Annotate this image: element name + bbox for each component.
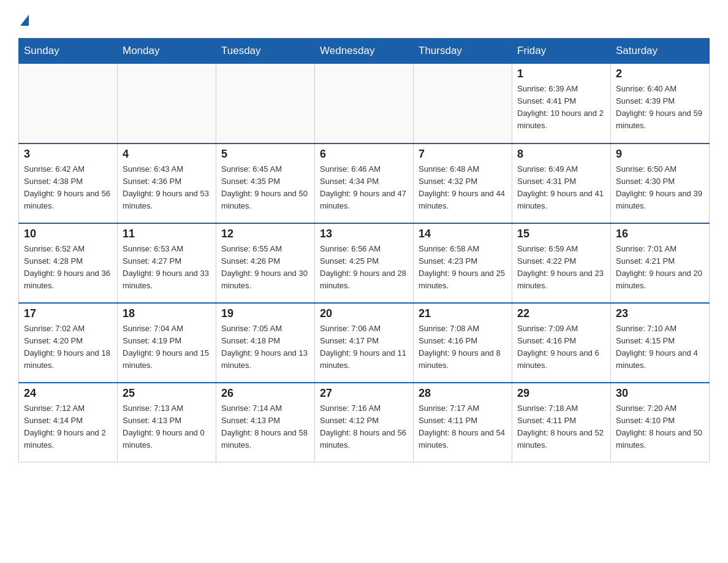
calendar-cell-2: 2Sunrise: 6:40 AM Sunset: 4:39 PM Daylig… — [611, 64, 710, 144]
day-info: Sunrise: 7:16 AM Sunset: 4:12 PM Dayligh… — [320, 402, 408, 452]
day-info: Sunrise: 7:05 AM Sunset: 4:18 PM Dayligh… — [221, 323, 309, 372]
day-info: Sunrise: 7:01 AM Sunset: 4:21 PM Dayligh… — [616, 243, 704, 293]
day-number: 3 — [24, 148, 112, 161]
calendar-cell-25: 25Sunrise: 7:13 AM Sunset: 4:13 PM Dayli… — [118, 383, 216, 462]
day-info: Sunrise: 6:59 AM Sunset: 4:22 PM Dayligh… — [517, 243, 605, 293]
logo — [18, 12, 29, 26]
day-number: 17 — [24, 307, 112, 320]
calendar-cell-9: 9Sunrise: 6:50 AM Sunset: 4:30 PM Daylig… — [611, 144, 710, 223]
weekday-header-friday: Friday — [512, 39, 611, 64]
day-number: 20 — [320, 307, 408, 320]
calendar-cell-10: 10Sunrise: 6:52 AM Sunset: 4:28 PM Dayli… — [19, 223, 118, 303]
calendar-cell-16: 16Sunrise: 7:01 AM Sunset: 4:21 PM Dayli… — [611, 223, 710, 303]
day-number: 11 — [123, 228, 211, 240]
calendar-cell-19: 19Sunrise: 7:05 AM Sunset: 4:18 PM Dayli… — [216, 303, 315, 383]
calendar-cell-18: 18Sunrise: 7:04 AM Sunset: 4:19 PM Dayli… — [118, 303, 216, 383]
day-number: 4 — [123, 148, 211, 161]
day-number: 1 — [517, 67, 605, 80]
day-number: 5 — [221, 148, 309, 161]
day-number: 29 — [517, 387, 605, 400]
calendar-cell-23: 23Sunrise: 7:10 AM Sunset: 4:15 PM Dayli… — [611, 303, 710, 383]
day-info: Sunrise: 6:43 AM Sunset: 4:36 PM Dayligh… — [123, 163, 211, 213]
day-number: 13 — [320, 228, 408, 240]
day-info: Sunrise: 6:52 AM Sunset: 4:28 PM Dayligh… — [24, 243, 112, 293]
calendar-week-1: 1Sunrise: 6:39 AM Sunset: 4:41 PM Daylig… — [19, 64, 710, 144]
weekday-header-row: SundayMondayTuesdayWednesdayThursdayFrid… — [19, 39, 710, 64]
day-number: 16 — [616, 228, 704, 240]
day-number: 7 — [419, 148, 507, 161]
calendar-cell-empty — [118, 64, 216, 144]
day-number: 18 — [123, 307, 211, 320]
day-info: Sunrise: 6:49 AM Sunset: 4:31 PM Dayligh… — [517, 163, 605, 213]
day-info: Sunrise: 6:50 AM Sunset: 4:30 PM Dayligh… — [616, 163, 704, 213]
calendar-cell-5: 5Sunrise: 6:45 AM Sunset: 4:35 PM Daylig… — [216, 144, 315, 223]
weekday-header-wednesday: Wednesday — [315, 39, 414, 64]
day-number: 21 — [419, 307, 507, 320]
day-info: Sunrise: 6:45 AM Sunset: 4:35 PM Dayligh… — [221, 163, 309, 213]
day-number: 2 — [616, 67, 704, 80]
day-info: Sunrise: 7:09 AM Sunset: 4:16 PM Dayligh… — [517, 323, 605, 372]
calendar-week-5: 24Sunrise: 7:12 AM Sunset: 4:14 PM Dayli… — [19, 383, 710, 462]
day-info: Sunrise: 6:53 AM Sunset: 4:27 PM Dayligh… — [123, 243, 211, 293]
calendar-cell-27: 27Sunrise: 7:16 AM Sunset: 4:12 PM Dayli… — [315, 383, 414, 462]
weekday-header-monday: Monday — [118, 39, 216, 64]
day-number: 12 — [221, 228, 309, 240]
calendar-cell-24: 24Sunrise: 7:12 AM Sunset: 4:14 PM Dayli… — [19, 383, 118, 462]
day-number: 6 — [320, 148, 408, 161]
calendar-cell-6: 6Sunrise: 6:46 AM Sunset: 4:34 PM Daylig… — [315, 144, 414, 223]
calendar-cell-empty — [19, 64, 118, 144]
calendar-cell-26: 26Sunrise: 7:14 AM Sunset: 4:13 PM Dayli… — [216, 383, 315, 462]
day-number: 26 — [221, 387, 309, 400]
day-number: 14 — [419, 228, 507, 240]
day-info: Sunrise: 7:02 AM Sunset: 4:20 PM Dayligh… — [24, 323, 112, 372]
day-number: 27 — [320, 387, 408, 400]
calendar-cell-28: 28Sunrise: 7:17 AM Sunset: 4:11 PM Dayli… — [414, 383, 512, 462]
calendar-cell-20: 20Sunrise: 7:06 AM Sunset: 4:17 PM Dayli… — [315, 303, 414, 383]
day-number: 28 — [419, 387, 507, 400]
day-info: Sunrise: 6:42 AM Sunset: 4:38 PM Dayligh… — [24, 163, 112, 213]
calendar-cell-empty — [315, 64, 414, 144]
calendar-week-4: 17Sunrise: 7:02 AM Sunset: 4:20 PM Dayli… — [19, 303, 710, 383]
calendar-week-2: 3Sunrise: 6:42 AM Sunset: 4:38 PM Daylig… — [19, 144, 710, 223]
page-header — [18, 12, 710, 26]
calendar-cell-14: 14Sunrise: 6:58 AM Sunset: 4:23 PM Dayli… — [414, 223, 512, 303]
calendar-cell-29: 29Sunrise: 7:18 AM Sunset: 4:11 PM Dayli… — [512, 383, 611, 462]
day-number: 22 — [517, 307, 605, 320]
day-number: 8 — [517, 148, 605, 161]
day-info: Sunrise: 7:17 AM Sunset: 4:11 PM Dayligh… — [419, 402, 507, 452]
calendar-cell-7: 7Sunrise: 6:48 AM Sunset: 4:32 PM Daylig… — [414, 144, 512, 223]
calendar-table: SundayMondayTuesdayWednesdayThursdayFrid… — [18, 38, 710, 462]
calendar-cell-8: 8Sunrise: 6:49 AM Sunset: 4:31 PM Daylig… — [512, 144, 611, 223]
day-info: Sunrise: 7:20 AM Sunset: 4:10 PM Dayligh… — [616, 402, 704, 452]
day-info: Sunrise: 7:08 AM Sunset: 4:16 PM Dayligh… — [419, 323, 507, 372]
weekday-header-saturday: Saturday — [611, 39, 710, 64]
calendar-cell-12: 12Sunrise: 6:55 AM Sunset: 4:26 PM Dayli… — [216, 223, 315, 303]
day-info: Sunrise: 6:58 AM Sunset: 4:23 PM Dayligh… — [419, 243, 507, 293]
weekday-header-thursday: Thursday — [414, 39, 512, 64]
day-info: Sunrise: 6:40 AM Sunset: 4:39 PM Dayligh… — [616, 83, 704, 132]
day-info: Sunrise: 7:13 AM Sunset: 4:13 PM Dayligh… — [123, 402, 211, 452]
day-number: 10 — [24, 228, 112, 240]
day-info: Sunrise: 6:55 AM Sunset: 4:26 PM Dayligh… — [221, 243, 309, 293]
day-number: 9 — [616, 148, 704, 161]
calendar-cell-21: 21Sunrise: 7:08 AM Sunset: 4:16 PM Dayli… — [414, 303, 512, 383]
day-number: 25 — [123, 387, 211, 400]
day-info: Sunrise: 7:04 AM Sunset: 4:19 PM Dayligh… — [123, 323, 211, 372]
day-info: Sunrise: 6:39 AM Sunset: 4:41 PM Dayligh… — [517, 83, 605, 132]
logo-triangle-icon — [20, 15, 29, 26]
day-info: Sunrise: 7:10 AM Sunset: 4:15 PM Dayligh… — [616, 323, 704, 372]
day-info: Sunrise: 6:56 AM Sunset: 4:25 PM Dayligh… — [320, 243, 408, 293]
day-info: Sunrise: 6:48 AM Sunset: 4:32 PM Dayligh… — [419, 163, 507, 213]
day-number: 24 — [24, 387, 112, 400]
day-info: Sunrise: 7:18 AM Sunset: 4:11 PM Dayligh… — [517, 402, 605, 452]
day-number: 19 — [221, 307, 309, 320]
calendar-cell-empty — [414, 64, 512, 144]
calendar-cell-22: 22Sunrise: 7:09 AM Sunset: 4:16 PM Dayli… — [512, 303, 611, 383]
calendar-cell-4: 4Sunrise: 6:43 AM Sunset: 4:36 PM Daylig… — [118, 144, 216, 223]
calendar-cell-empty — [216, 64, 315, 144]
weekday-header-sunday: Sunday — [19, 39, 118, 64]
day-info: Sunrise: 7:06 AM Sunset: 4:17 PM Dayligh… — [320, 323, 408, 372]
calendar-cell-30: 30Sunrise: 7:20 AM Sunset: 4:10 PM Dayli… — [611, 383, 710, 462]
day-info: Sunrise: 7:12 AM Sunset: 4:14 PM Dayligh… — [24, 402, 112, 452]
day-number: 30 — [616, 387, 704, 400]
